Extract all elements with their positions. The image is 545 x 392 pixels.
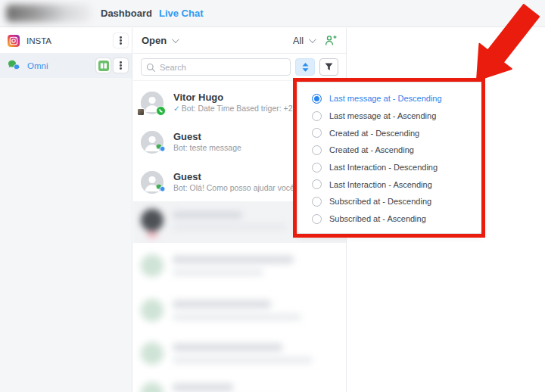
sort-option-last-interaction-asc[interactable]: Last Interaction - Ascending (312, 176, 481, 193)
person-add-icon (325, 35, 338, 46)
avatar (141, 92, 164, 114)
blurred-conversation-row[interactable] (133, 291, 346, 333)
avatar (141, 171, 164, 194)
instagram-icon (8, 35, 20, 47)
channel-name: INSTA (26, 36, 111, 45)
channel-sidebar: INSTA Omni (0, 28, 132, 392)
conversation-name: Guest (173, 131, 241, 142)
sort-option-subscribed-desc[interactable]: Subscribed at - Descending (312, 193, 481, 210)
sidebar-item-insta[interactable]: INSTA (0, 28, 132, 53)
sidebar-item-omni[interactable]: Omni (0, 53, 132, 78)
whatsapp-badge-icon (156, 106, 166, 116)
radio-icon[interactable] (312, 128, 322, 138)
chevron-down-icon (309, 36, 316, 43)
sort-option-created-asc[interactable]: Created at - Ascending (312, 142, 481, 159)
search-toolbar (133, 54, 346, 81)
chevron-down-icon (172, 36, 179, 43)
livechat-badge-icon (156, 142, 166, 155)
livechat-badge-icon (156, 182, 166, 195)
radio-icon[interactable] (312, 179, 322, 189)
top-navigation-bar: Dashboard Live Chat (0, 0, 545, 27)
sort-option-subscribed-asc[interactable]: Subscribed at - Ascending (312, 210, 481, 228)
omni-chat-icon (8, 60, 20, 71)
blurred-conversation-row[interactable] (133, 375, 346, 392)
tab-live-chat[interactable]: Live Chat (159, 0, 204, 27)
add-person-button[interactable] (325, 35, 338, 46)
conversation-preview: Bot: teste message (173, 142, 241, 153)
sort-button[interactable] (295, 58, 315, 76)
search-icon (146, 62, 156, 76)
radio-icon[interactable] (312, 163, 322, 173)
channel-menu-button[interactable] (114, 58, 128, 73)
blurred-conversation-row[interactable] (133, 247, 346, 288)
filter-button[interactable] (319, 58, 338, 76)
radio-icon[interactable] (312, 94, 322, 104)
status-filter-dropdown[interactable]: Open (142, 35, 167, 46)
sent-check-icon: ✓ (173, 104, 180, 113)
sort-options-menu: Last message at - Descending Last messag… (297, 82, 482, 234)
kebab-menu-icon (120, 36, 121, 44)
list-panel-header: Open All (133, 28, 346, 54)
blurred-app-logo (6, 5, 91, 22)
radio-icon[interactable] (312, 197, 322, 207)
channel-name: Omni (27, 61, 93, 70)
kebab-menu-icon (120, 61, 121, 69)
radio-icon[interactable] (312, 111, 322, 121)
blurred-conversation-row[interactable] (133, 334, 346, 376)
sort-option-last-message-desc[interactable]: Last message at - Descending (312, 90, 481, 107)
tab-dashboard[interactable]: Dashboard (101, 0, 152, 27)
photo-thumbnail (137, 108, 145, 116)
radio-icon[interactable] (312, 214, 322, 224)
sort-option-last-interaction-desc[interactable]: Last Interaction - Descending (312, 159, 481, 176)
assignee-filter-dropdown[interactable]: All (293, 36, 304, 46)
sort-option-created-desc[interactable]: Created at - Descending (312, 124, 481, 142)
funnel-icon (325, 63, 333, 71)
search-input[interactable] (141, 58, 291, 76)
board-columns-icon (98, 61, 109, 71)
sort-option-last-message-asc[interactable]: Last message at - Ascending (312, 107, 481, 125)
channel-menu-button[interactable] (114, 33, 128, 48)
avatar (141, 131, 164, 154)
radio-icon[interactable] (312, 145, 322, 155)
sort-arrows-icon (302, 63, 309, 72)
search-box (141, 58, 291, 76)
board-view-button[interactable] (96, 58, 111, 73)
